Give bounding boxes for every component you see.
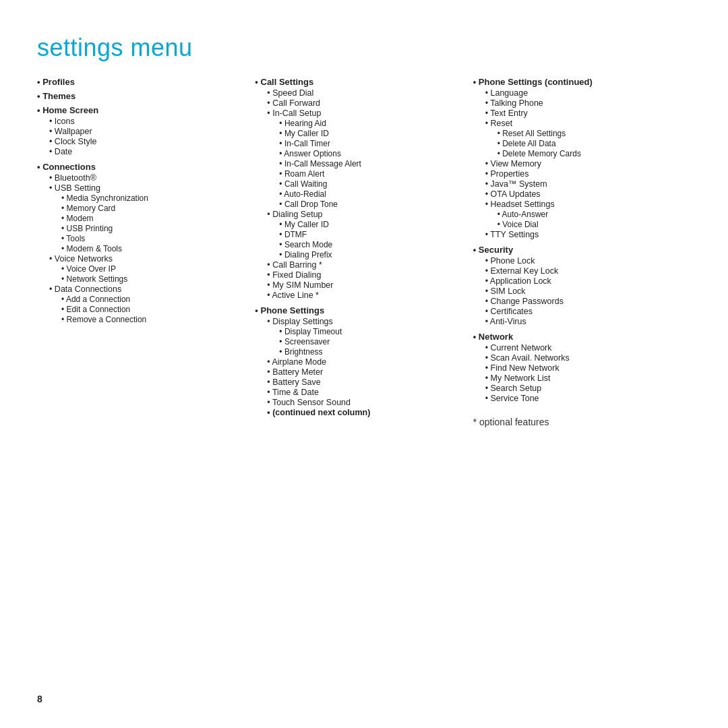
page-title: settings menu [37, 34, 691, 62]
list-item: My Caller ID [279, 129, 466, 138]
item-label: Language [485, 88, 528, 98]
sub-list: Add a Connection Edit a Connection Remov… [49, 295, 248, 324]
item-label: Change Passwords [485, 297, 564, 306]
list-item: My Network List [485, 373, 684, 383]
item-label: Network Settings [61, 274, 127, 284]
item-label: Search Mode [279, 240, 332, 249]
item-label: In-Call Timer [279, 139, 330, 148]
item-label: Answer Options [279, 149, 341, 158]
column-3: Phone Settings (continued) Language Talk… [473, 77, 691, 427]
item-label: Display Settings [267, 317, 332, 326]
sub-list: Bluetooth® USB Setting Media Synchroniza… [37, 173, 248, 324]
list-item: Scan Avail. Networks [485, 353, 684, 363]
list-item: Auto-Answer [497, 210, 684, 219]
item-label: Data Connections [49, 284, 121, 294]
item-label: TTY Settings [485, 230, 539, 239]
list-item: Voice Networks Voice Over IP Network Set… [49, 254, 248, 284]
list-item: In-Call Setup Hearing Aid My Caller ID I… [267, 109, 466, 209]
item-label: My Caller ID [279, 129, 329, 138]
item-label: Connections [37, 162, 96, 172]
list-item: Profiles [37, 77, 248, 87]
list-item: Battery Save [267, 377, 466, 387]
list-item: Search Setup [485, 384, 684, 393]
list-item: In-Call Message Alert [279, 159, 466, 169]
list-item: My SIM Number [267, 280, 466, 290]
list-item: Display Timeout [279, 327, 466, 336]
list-item: OTA Updates [485, 189, 684, 199]
list-item: Voice Over IP [61, 264, 248, 274]
list-item: Find New Network [485, 363, 684, 373]
list-item: Themes [37, 91, 248, 101]
list-item: Call Barring * [267, 260, 466, 270]
item-label: Application Lock [485, 276, 551, 286]
sub-list: Media Synchronization Memory Card Modem … [49, 193, 248, 253]
item-label: DTMF [279, 230, 307, 239]
item-label: Modem [61, 214, 94, 223]
list-item: Network Current Network Scan Avail. Netw… [473, 332, 684, 403]
item-label: Media Synchronization [61, 193, 148, 203]
item-label: Headset Settings [485, 200, 555, 209]
list-item: View Memory [485, 159, 684, 169]
item-label: Service Tone [485, 394, 539, 403]
column-1: Profiles Themes Home Screen Icons Wallpa… [37, 77, 255, 328]
item-label: Wallpaper [49, 127, 92, 136]
list-item: Anti-Virus [485, 317, 684, 326]
list-item: Add a Connection [61, 295, 248, 304]
item-label: Memory Card [61, 204, 115, 213]
list-item: Modem [61, 214, 248, 223]
list-item: Reset All Settings [497, 129, 684, 138]
list-item: Screensaver [279, 337, 466, 346]
list-item: TTY Settings [485, 230, 684, 239]
list-item: Dialing Setup My Caller ID DTMF Search M… [267, 210, 466, 260]
item-label: Network [473, 332, 513, 342]
list-item: Auto-Redial [279, 189, 466, 199]
sub-list: Hearing Aid My Caller ID In-Call Timer A… [267, 119, 466, 209]
item-label: Profiles [37, 77, 75, 87]
item-label: Icons [49, 117, 75, 126]
item-label: Call Waiting [279, 179, 327, 189]
col2-list: Call Settings Speed Dial Call Forward In… [255, 77, 466, 417]
sub-list: Speed Dial Call Forward In-Call Setup He… [255, 88, 466, 300]
sub-list: Reset All Settings Delete All Data Delet… [485, 129, 684, 158]
list-item: In-Call Timer [279, 139, 466, 148]
list-item: Edit a Connection [61, 305, 248, 314]
list-item: Roam Alert [279, 169, 466, 179]
list-item: Remove a Connection [61, 315, 248, 324]
list-item: Call Forward [267, 98, 466, 108]
item-label: Home Screen [37, 105, 98, 115]
item-label: My Network List [485, 373, 551, 383]
list-item: Properties [485, 169, 684, 179]
list-item: Talking Phone [485, 98, 684, 108]
list-item: Search Mode [279, 240, 466, 249]
list-item: Display Settings Display Timeout Screens… [267, 317, 466, 357]
list-item: Phone Settings Display Settings Display … [255, 305, 466, 417]
item-label: Date [49, 147, 72, 156]
item-label: Delete All Data [497, 139, 556, 148]
item-label: Touch Sensor Sound [267, 398, 351, 407]
item-label: Phone Settings [255, 305, 324, 315]
list-item: Bluetooth® [49, 173, 248, 183]
item-label: SIM Lock [485, 286, 526, 296]
list-item: Home Screen Icons Wallpaper Clock Style … [37, 105, 248, 156]
item-label: Phone Lock [485, 256, 535, 266]
sub-list: Display Settings Display Timeout Screens… [255, 317, 466, 417]
item-label: Voice Networks [49, 254, 113, 264]
list-item: Time & Date [267, 388, 466, 397]
list-item: Touch Sensor Sound [267, 398, 466, 407]
item-label: Talking Phone [485, 98, 543, 108]
item-label: Security [473, 245, 513, 255]
item-label: USB Setting [49, 183, 100, 193]
item-label: USB Printing [61, 224, 113, 233]
list-item: Application Lock [485, 276, 684, 286]
item-label: Anti-Virus [485, 317, 526, 326]
list-item: Data Connections Add a Connection Edit a… [49, 284, 248, 324]
list-item: Call Settings Speed Dial Call Forward In… [255, 77, 466, 300]
item-label: (continued next column) [267, 408, 370, 417]
list-item: USB Printing [61, 224, 248, 233]
item-label: OTA Updates [485, 189, 541, 199]
item-label: In-Call Message Alert [279, 159, 361, 169]
list-item: Voice Dial [497, 220, 684, 229]
item-label: Screensaver [279, 337, 330, 346]
item-label: Add a Connection [61, 295, 130, 304]
list-item: (continued next column) [267, 408, 466, 417]
